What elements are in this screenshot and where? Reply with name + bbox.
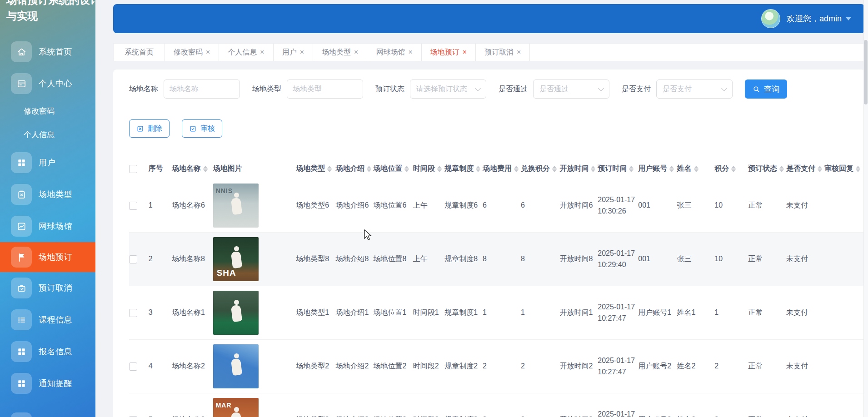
- tab-label: 网球场馆: [376, 48, 405, 57]
- booking-table: 序号场地名称场地图片场地类型场地介绍场地位置时间段规章制度场地费用兑换积分开放时…: [129, 159, 865, 417]
- sidebar-item[interactable]: 用户: [0, 147, 95, 179]
- tab[interactable]: 网球场馆×: [367, 44, 421, 61]
- sidebar-item[interactable]: 个人中心: [0, 68, 95, 99]
- cell-status: 正常: [748, 179, 786, 233]
- sidebar-item[interactable]: 报名信息: [0, 336, 95, 367]
- tab-label: 个人信息: [228, 48, 257, 57]
- column-header: 预订状态: [748, 159, 786, 179]
- column-header-label: 场地费用: [483, 164, 512, 174]
- sidebar-menu: 系统首页个人中心修改密码个人信息用户场地类型网球场馆场地预订预订取消课程信息报名…: [0, 36, 95, 399]
- close-icon[interactable]: ×: [354, 48, 358, 56]
- cell-exchange: 3: [521, 393, 560, 417]
- sidebar-item-label: 系统首页: [39, 46, 72, 57]
- sort-caret-icon[interactable]: [694, 166, 698, 172]
- app-title: 场馆预订系统的设计 与实现: [0, 0, 95, 24]
- tab[interactable]: 预订取消×: [476, 44, 530, 61]
- sort-caret-icon[interactable]: [818, 166, 822, 172]
- column-header-label: 预订状态: [748, 164, 777, 174]
- sort-caret-icon[interactable]: [669, 166, 674, 172]
- column-header-label: 是否支付: [786, 164, 815, 174]
- tab-label: 场地预订: [430, 48, 459, 57]
- sort-caret-icon[interactable]: [591, 166, 595, 172]
- sidebar-item[interactable]: 通知提醒: [0, 367, 95, 399]
- cell-paid: 未支付: [786, 286, 824, 340]
- close-icon[interactable]: ×: [300, 48, 304, 56]
- tab[interactable]: 系统首页: [114, 44, 165, 61]
- sidebar-item[interactable]: 课程信息: [0, 304, 95, 336]
- cell-checkbox: [129, 286, 149, 340]
- sort-caret-icon[interactable]: [476, 166, 480, 172]
- sort-caret-icon[interactable]: [779, 166, 784, 172]
- sort-caret-icon[interactable]: [404, 166, 409, 172]
- tab[interactable]: 场地类型×: [313, 44, 367, 61]
- tab[interactable]: 用户×: [274, 44, 313, 61]
- sort-caret-icon[interactable]: [731, 166, 736, 172]
- row-checkbox[interactable]: [129, 309, 137, 317]
- row-checkbox[interactable]: [129, 362, 137, 371]
- row-checkbox[interactable]: [129, 255, 137, 263]
- table-row: 3场地名称1场地类型1场地介绍1场地位置1时间段1规章制度111开放时间1202…: [129, 286, 865, 340]
- sidebar-item[interactable]: 场地类型: [0, 179, 95, 210]
- cell-seq: 3: [149, 286, 172, 340]
- cell-points: 1: [714, 286, 748, 340]
- cell-timeslot: 上午: [413, 179, 445, 233]
- close-icon[interactable]: ×: [206, 48, 210, 56]
- filter-type-input[interactable]: [287, 79, 363, 99]
- close-icon[interactable]: ×: [408, 48, 412, 56]
- review-button[interactable]: 审核: [182, 119, 222, 138]
- cell-seq: 5: [149, 393, 172, 417]
- sidebar-subitem[interactable]: 修改密码: [0, 99, 95, 123]
- chevron-down-icon[interactable]: [846, 17, 851, 23]
- filter-status-select[interactable]: 请选择预订状态: [410, 79, 486, 99]
- toolbar: 删除 审核: [129, 119, 865, 138]
- scrollbar-thumb[interactable]: [864, 40, 868, 104]
- sort-caret-icon[interactable]: [856, 166, 860, 172]
- tab-bar: 系统首页修改密码×个人信息×用户×场地类型×网球场馆×场地预订×预订取消×: [113, 43, 865, 61]
- close-icon[interactable]: ×: [463, 48, 467, 56]
- sidebar-item-label: 预订取消: [39, 283, 72, 293]
- sort-caret-icon[interactable]: [437, 166, 442, 172]
- cell-book_time: 2025-01-17 10:27:47: [598, 286, 638, 340]
- tab[interactable]: 个人信息×: [219, 44, 273, 61]
- cell-realname: 张三: [677, 179, 714, 233]
- sort-caret-icon[interactable]: [552, 166, 557, 172]
- sidebar-item[interactable]: 系统首页: [0, 36, 95, 68]
- id-card-icon: [11, 73, 32, 94]
- tab[interactable]: 场地预订×: [422, 44, 476, 61]
- sidebar-item[interactable]: 网球场馆: [0, 210, 95, 242]
- cell-location: 场地位置1: [373, 286, 413, 340]
- column-header-label: 场地图片: [213, 164, 242, 174]
- sort-caret-icon[interactable]: [367, 166, 371, 172]
- select-all-checkbox[interactable]: [129, 165, 137, 173]
- filter-pass-select[interactable]: 是否通过: [533, 79, 609, 99]
- sidebar-item-label: 网球场馆: [39, 221, 72, 232]
- sidebar-item-partial[interactable]: [11, 412, 32, 417]
- delete-button[interactable]: 删除: [129, 119, 170, 138]
- search-button[interactable]: 查询: [745, 79, 787, 99]
- filter-name-input[interactable]: [164, 79, 240, 99]
- sort-caret-icon[interactable]: [327, 166, 332, 172]
- filter-pay-select[interactable]: 是否支付: [656, 79, 733, 99]
- row-checkbox[interactable]: [129, 202, 137, 210]
- cell-book_time: 2025-01-17 10:27:47: [598, 393, 638, 417]
- sort-caret-icon[interactable]: [629, 166, 634, 172]
- sort-caret-icon[interactable]: [203, 166, 208, 172]
- sidebar-item[interactable]: 场地预订: [0, 242, 95, 272]
- table-row: 5场地名称3MAR场地类型3场地介绍3场地位置3时间段3规章制度333开放时间3…: [129, 393, 865, 417]
- scrollbar-track[interactable]: [863, 0, 868, 417]
- cell-intro: 场地介绍6: [335, 179, 373, 233]
- close-icon[interactable]: ×: [260, 48, 264, 56]
- cell-account: 001: [638, 179, 677, 233]
- cell-rules: 规章制度2: [444, 340, 483, 393]
- sort-caret-icon[interactable]: [514, 166, 519, 172]
- sidebar-item[interactable]: 预订取消: [0, 272, 95, 304]
- welcome-text[interactable]: 欢迎您，admin: [787, 13, 842, 24]
- grid-icon: [11, 373, 32, 394]
- sidebar-subitem[interactable]: 个人信息: [0, 123, 95, 147]
- filter-name-label: 场地名称: [129, 84, 158, 94]
- cell-status: 正常: [748, 233, 786, 286]
- close-icon[interactable]: ×: [517, 48, 521, 56]
- avatar[interactable]: [761, 9, 780, 28]
- tab[interactable]: 修改密码×: [165, 44, 219, 61]
- cell-name: 场地名称8: [172, 233, 213, 286]
